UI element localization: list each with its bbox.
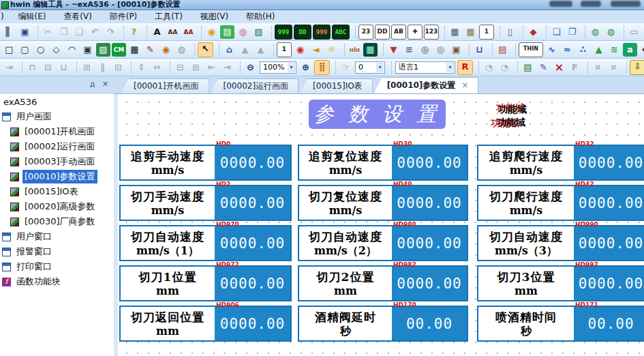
pin-icon[interactable]: д: [87, 79, 97, 89]
param-box[interactable]: 酒精阀延时秒HD17000.00: [298, 306, 468, 342]
pointer-tool-icon[interactable]: ↖: [198, 42, 213, 57]
calendar-icon[interactable]: 1: [277, 42, 292, 57]
param-box[interactable]: 切刀1位置mmHD9720000.00: [119, 265, 292, 301]
menu-window-view[interactable]: 视图(V): [193, 10, 236, 23]
tree-item-screen-00010-selected[interactable]: [00010]参数设置: [0, 169, 114, 184]
param-value-display[interactable]: HD420000.00: [574, 186, 644, 220]
tree-item-screen-00003[interactable]: [00003]手动画面: [0, 154, 114, 169]
level-meter-icon[interactable]: ⊔: [472, 43, 487, 57]
param-box[interactable]: 追剪爬行速度mm/sHD320000.00: [477, 145, 644, 181]
qrcode-tool-icon[interactable]: ▦: [127, 43, 142, 57]
tree-group-user-screens[interactable]: 用户画面: [0, 109, 114, 124]
menu-parts[interactable]: 部件(P): [102, 10, 145, 23]
pipe-icon[interactable]: ◎: [236, 25, 250, 39]
tree-item-screen-00002[interactable]: [00002]运行画面: [0, 139, 114, 154]
param-box[interactable]: 切刀自动速度mm/s（3）HD9900000.00: [477, 225, 644, 261]
motor-icon[interactable]: ◎: [418, 43, 432, 57]
chevron-down-icon[interactable]: ▾: [288, 63, 295, 72]
chevron-down-icon[interactable]: ▾: [376, 63, 384, 72]
tab-00015-io[interactable]: [00015]IO表: [300, 78, 373, 93]
menu-tools[interactable]: 工具(T): [147, 10, 190, 23]
multi-trend-icon[interactable]: ≋: [607, 43, 622, 57]
param-box[interactable]: 切刀返回位置mmHD9060000.00: [119, 306, 292, 342]
grid-toggle-button[interactable]: ⣿: [314, 60, 330, 75]
meter-picture-icon[interactable]: ▦: [363, 43, 378, 57]
param-box[interactable]: 追剪手动速度mm/sHD00000.00: [119, 145, 292, 181]
color-ball-icon[interactable]: ◉: [159, 43, 173, 57]
param-box[interactable]: 切刀2位置mmHD9820000.00: [298, 265, 468, 301]
new-screen-icon[interactable]: ▤: [521, 61, 535, 74]
datasheet-icon[interactable]: a: [623, 43, 637, 57]
save-icon[interactable]: ▣: [18, 25, 32, 39]
param-value-display[interactable]: HD400000.00: [392, 186, 467, 220]
tree-item-alarm-window[interactable]: 报警窗口: [0, 244, 114, 259]
language-select[interactable]: 语言1▾: [395, 61, 455, 74]
valve-icon[interactable]: ▤: [220, 25, 234, 39]
param-value-display[interactable]: HD9920000.00: [574, 267, 644, 300]
param-box[interactable]: 切刀复位速度mm/sHD400000.00: [298, 185, 468, 221]
state-select[interactable]: 0▾: [355, 61, 385, 74]
close-panel-icon[interactable]: ×: [100, 79, 110, 89]
param-value-display[interactable]: HD300000.00: [392, 146, 467, 179]
ellipse-tool-icon[interactable]: ○: [33, 43, 48, 57]
param-box[interactable]: 切刀自动速度mm/s（1）HD9700000.00: [119, 225, 292, 261]
clock-icon[interactable]: ◉: [293, 43, 307, 57]
cross-switch-icon[interactable]: ✚: [408, 25, 423, 40]
tree-item-function-block[interactable]: f函数功能块: [0, 274, 114, 289]
param-value-display[interactable]: HD20000.00: [215, 186, 290, 220]
trend-chart-icon[interactable]: ∿: [545, 43, 559, 57]
button-1-icon[interactable]: 1: [479, 25, 494, 40]
machine-icon[interactable]: ▣: [449, 43, 463, 57]
rounded-rect-tool-icon[interactable]: ▢: [18, 43, 32, 57]
frame-tool-icon[interactable]: ▣: [80, 43, 95, 57]
recipe-doc-icon[interactable]: ▤: [495, 43, 510, 57]
return-icon[interactable]: ↵: [639, 43, 644, 57]
function-area-label-2[interactable]: 功能域功能域: [497, 116, 525, 128]
tree-item-screen-00020[interactable]: [00020]高级参数: [0, 199, 114, 214]
chevron-down-icon[interactable]: ▾: [446, 63, 454, 72]
dashed-line-icon[interactable]: ≡: [402, 43, 416, 57]
zoom-in-button[interactable]: ⊕: [298, 61, 313, 74]
plain-rect-icon[interactable]: ▭: [627, 25, 641, 39]
pick-hand-icon[interactable]: ☞: [339, 61, 353, 74]
dynamic-text-icon[interactable]: AA: [166, 25, 180, 39]
delete-screen-icon[interactable]: ×: [552, 61, 566, 74]
arc-tool-icon[interactable]: ◠: [65, 43, 79, 57]
tab-00002-run[interactable]: [00002]运行画面: [211, 78, 299, 93]
tab-00010-params-active[interactable]: [00010]参数设置×: [374, 77, 479, 93]
data-input-icon[interactable]: DD: [375, 25, 390, 40]
text-display-icon[interactable]: ABC: [332, 25, 350, 40]
globe-download-icon[interactable]: ◍: [588, 25, 602, 39]
param-value-display[interactable]: HD9800000.00: [392, 226, 467, 260]
numeric-keypad-icon[interactable]: 123: [424, 25, 439, 40]
param-value-display[interactable]: HD00000.00: [215, 146, 290, 179]
marquee-text-icon[interactable]: AA: [181, 25, 196, 39]
param-value-display[interactable]: HD9900000.00: [574, 226, 644, 260]
param-box[interactable]: 喷酒精时间秒HD17100.00: [477, 306, 644, 342]
param-box[interactable]: 切刀3位置mmHD9920000.00: [477, 265, 644, 301]
digital-display-red-icon[interactable]: 999: [313, 25, 331, 40]
keyboard-icon[interactable]: ▦: [448, 25, 462, 39]
picture-part-icon[interactable]: ▨: [251, 25, 266, 39]
house-icon[interactable]: ⌂: [222, 43, 236, 57]
numeric-input-icon[interactable]: 23: [358, 25, 373, 40]
param-value-display[interactable]: HD9060000.00: [215, 307, 290, 340]
param-value-display[interactable]: HD9720000.00: [215, 267, 290, 300]
popup-window-icon[interactable]: ❐: [565, 25, 579, 39]
polygon-tool-icon[interactable]: ◇: [49, 43, 63, 57]
screen-title-block[interactable]: 参 数 设 置: [309, 100, 446, 129]
param-value-display[interactable]: HD17100.00: [574, 307, 644, 340]
picture-tool-icon[interactable]: ▧: [96, 43, 110, 57]
zoom-out-button[interactable]: ⊖: [243, 61, 258, 74]
menu-item-clipped[interactable]: ): [0, 10, 8, 23]
xy-chart-icon[interactable]: ≈: [560, 43, 574, 57]
tab-00001-startup[interactable]: [00001]开机画面: [121, 78, 209, 93]
tree-item-screen-00001[interactable]: [00001]开机画面: [0, 124, 114, 139]
r-toggle-button[interactable]: R: [457, 60, 473, 75]
ship-icon[interactable]: ◆: [526, 25, 540, 39]
param-box[interactable]: 切刀手动速度mm/sHD20000.00: [119, 185, 292, 221]
thin-client-icon[interactable]: THIN: [519, 42, 543, 57]
menu-view[interactable]: 查看(V): [56, 10, 99, 23]
paint-tool-icon[interactable]: ✎: [143, 43, 157, 57]
clipped-icon-fragment[interactable]: ▌: [2, 25, 16, 39]
